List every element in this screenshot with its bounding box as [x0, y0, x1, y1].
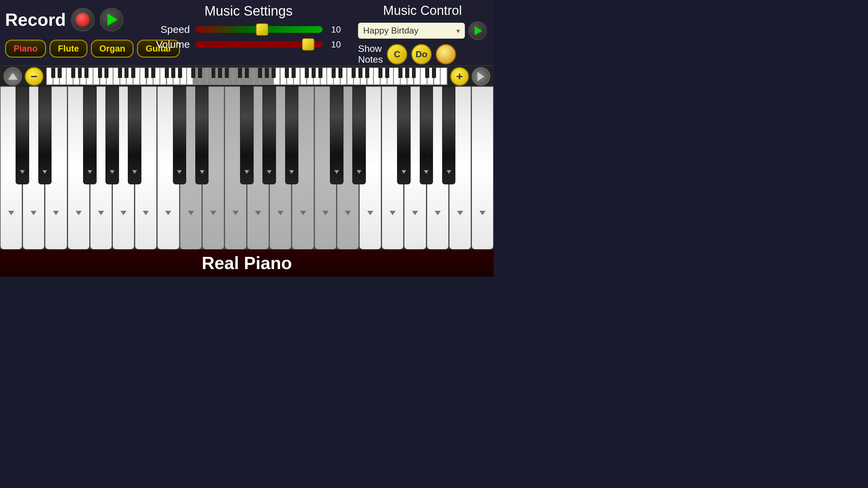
- app-container: Record Piano Flute Organ Guitar Music Se…: [0, 0, 494, 277]
- app-name-label: Real Piano: [202, 253, 292, 273]
- record-section: Record: [5, 8, 141, 32]
- black-key[interactable]: [240, 86, 254, 184]
- zoom-out-button[interactable]: −: [25, 67, 43, 86]
- volume-row: Volume 10: [153, 39, 344, 50]
- note-c-button[interactable]: C: [387, 44, 407, 64]
- notes-row: Show Notes C Do: [358, 43, 487, 65]
- play-song-button[interactable]: [468, 21, 487, 40]
- note-do-button[interactable]: Do: [411, 44, 432, 64]
- music-settings-panel: Music Settings Speed 10 Volume 10: [146, 0, 351, 65]
- black-key[interactable]: [16, 86, 29, 184]
- speed-value: 10: [328, 24, 344, 35]
- speed-row: Speed 10: [153, 24, 344, 35]
- play-button-top[interactable]: [100, 8, 123, 32]
- record-icon: [76, 13, 90, 26]
- top-section: Record Piano Flute Organ Guitar Music Se…: [0, 0, 494, 66]
- music-control-title: Music Control: [358, 3, 487, 18]
- black-key[interactable]: [105, 86, 119, 184]
- black-key[interactable]: [38, 86, 52, 184]
- record-label: Record: [5, 9, 66, 30]
- piano-keyboard[interactable]: [0, 86, 494, 249]
- black-key[interactable]: [352, 86, 366, 184]
- volume-value: 10: [328, 39, 344, 50]
- song-selector[interactable]: Happy Birtday ▾: [358, 23, 465, 39]
- record-button[interactable]: [71, 8, 95, 32]
- white-key[interactable]: [472, 86, 493, 249]
- black-key[interactable]: [195, 86, 209, 184]
- song-name: Happy Birtday: [363, 25, 418, 36]
- black-key[interactable]: [83, 86, 97, 184]
- volume-label: Volume: [153, 39, 190, 50]
- black-key[interactable]: [397, 86, 411, 184]
- black-key[interactable]: [420, 86, 433, 184]
- song-row: Happy Birtday ▾: [358, 21, 487, 40]
- instrument-flute[interactable]: Flute: [50, 40, 87, 58]
- black-key[interactable]: [442, 86, 456, 184]
- scroll-up-button[interactable]: [3, 67, 22, 86]
- speed-label: Speed: [153, 24, 190, 35]
- black-key[interactable]: [173, 86, 186, 184]
- left-panel: Record Piano Flute Organ Guitar: [0, 0, 146, 65]
- mini-keyboard[interactable]: [46, 67, 448, 85]
- zoom-in-button[interactable]: +: [450, 67, 469, 86]
- black-key[interactable]: [262, 86, 276, 184]
- volume-slider[interactable]: [195, 41, 322, 48]
- keyboard-nav-bar: − +: [0, 66, 494, 86]
- instrument-piano[interactable]: Piano: [5, 40, 46, 58]
- chevron-down-icon: ▾: [456, 27, 460, 35]
- black-key[interactable]: [285, 86, 299, 184]
- music-settings-title: Music Settings: [204, 3, 293, 19]
- note-gold-button[interactable]: [436, 44, 456, 64]
- scroll-right-button[interactable]: [472, 67, 490, 86]
- speed-slider[interactable]: [195, 26, 322, 33]
- music-control-panel: Music Control Happy Birtday ▾ Show Notes…: [351, 0, 494, 65]
- instrument-section: Piano Flute Organ Guitar: [5, 40, 141, 58]
- black-key[interactable]: [330, 86, 343, 184]
- bottom-bar: Real Piano: [0, 249, 494, 277]
- instrument-organ[interactable]: Organ: [91, 40, 134, 58]
- show-notes-label: Show Notes: [358, 43, 383, 65]
- black-key[interactable]: [128, 86, 141, 184]
